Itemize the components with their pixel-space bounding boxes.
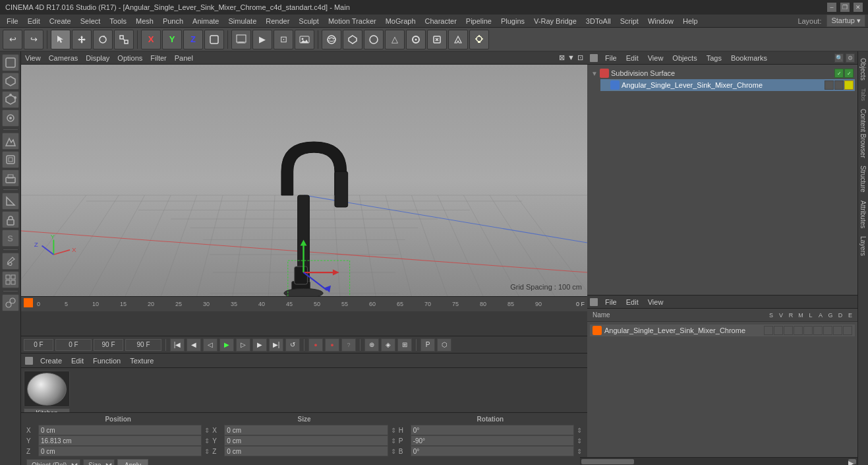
badge-1[interactable] xyxy=(825,80,834,90)
edge-mode-button[interactable] xyxy=(2,91,19,108)
om-menu-view[interactable]: View xyxy=(646,54,666,62)
menu-simulate[interactable]: Simulate xyxy=(224,16,260,26)
menu-3dtoall[interactable]: 3DToAll xyxy=(582,16,615,26)
object-rel-dropdown[interactable]: Object (Rel) xyxy=(26,459,80,465)
mat-menu-function[interactable]: Function xyxy=(91,357,123,365)
tree-item-subdivision[interactable]: ▼ Subdivision Surface ✓ ✓ xyxy=(590,67,855,79)
apply-button[interactable]: Apply xyxy=(117,459,148,465)
step-forward-button[interactable]: ▷ xyxy=(236,338,250,352)
menu-mesh[interactable]: Mesh xyxy=(132,16,158,26)
y-position-input[interactable] xyxy=(38,435,202,446)
grid-button[interactable] xyxy=(2,271,19,288)
timeline-cursor[interactable] xyxy=(24,298,33,307)
menu-script[interactable]: Script xyxy=(616,16,643,26)
start-frame-input[interactable] xyxy=(24,339,53,351)
menu-window[interactable]: Window xyxy=(644,16,678,26)
timeline-ruler[interactable]: 0 5 10 15 20 25 30 35 40 45 50 55 60 65 … xyxy=(21,297,587,311)
tool8[interactable]: △ xyxy=(385,30,405,49)
angle-tool[interactable] xyxy=(2,193,19,210)
badge-check[interactable]: ✓ xyxy=(834,69,844,78)
record-button[interactable]: ● xyxy=(308,338,323,352)
p-rotation-input[interactable] xyxy=(411,435,574,446)
p-rot-stepper[interactable]: ⇕ xyxy=(577,437,582,445)
badge-2[interactable] xyxy=(834,80,844,90)
grid-pb-button[interactable]: ⬡ xyxy=(437,338,451,352)
tool10[interactable] xyxy=(427,30,447,49)
menu-create[interactable]: Create xyxy=(45,16,75,26)
render-picture-viewer[interactable] xyxy=(295,30,314,49)
h-rotation-input[interactable] xyxy=(411,425,574,435)
texture-mode-button[interactable] xyxy=(2,133,19,150)
tool9[interactable] xyxy=(406,30,426,49)
tool7[interactable] xyxy=(364,30,384,49)
color-swatch-yellow[interactable] xyxy=(844,80,854,90)
menu-render[interactable]: Render xyxy=(262,16,293,26)
attr-row-main[interactable]: Angular_Single_Lever_Sink_Mixer_Chrome xyxy=(590,325,855,336)
attr-badge-l[interactable] xyxy=(803,326,813,335)
menu-select[interactable]: Select xyxy=(76,16,105,26)
motion3-button[interactable]: ⊞ xyxy=(397,338,412,352)
redo-button[interactable]: ↪ xyxy=(24,30,43,49)
attr-badge-r[interactable] xyxy=(784,326,793,335)
attr-menu-file[interactable]: File xyxy=(603,298,619,306)
goto-end-button[interactable]: ▶| xyxy=(269,338,283,352)
tab-layers[interactable]: Layers xyxy=(858,232,868,260)
viewport[interactable]: Perspective xyxy=(21,65,587,296)
layout-dropdown[interactable]: Startup ▾ xyxy=(826,15,865,27)
vp-icon-2[interactable]: ▼ xyxy=(567,53,575,62)
menu-file[interactable]: File xyxy=(3,16,22,26)
mat-menu-create[interactable]: Create xyxy=(38,357,64,365)
attr-badge-a[interactable] xyxy=(813,326,823,335)
end-frame-input[interactable] xyxy=(94,339,123,351)
attr-menu-view[interactable]: View xyxy=(646,298,666,306)
attr-badge-m[interactable] xyxy=(794,326,803,335)
menu-motion-tracker[interactable]: Motion Tracker xyxy=(324,16,380,26)
vp-menu-filter[interactable]: Filter xyxy=(150,54,166,62)
y-size-input[interactable] xyxy=(224,435,388,446)
vp-menu-cameras[interactable]: Cameras xyxy=(49,54,78,62)
tab-attributes[interactable]: Attributes xyxy=(858,197,868,232)
x-size-input[interactable] xyxy=(224,425,388,435)
select-tool-button[interactable] xyxy=(51,30,71,49)
loop-button[interactable]: ↺ xyxy=(285,338,300,352)
z-position-input[interactable] xyxy=(38,446,202,456)
menu-animate[interactable]: Animate xyxy=(188,16,223,26)
spline-tool[interactable]: S xyxy=(2,230,19,247)
x-position-input[interactable] xyxy=(38,425,202,435)
obj-mode-button[interactable] xyxy=(2,54,19,71)
play-button[interactable]: ▶ xyxy=(219,338,234,352)
b-rot-stepper[interactable]: ⇕ xyxy=(577,448,582,455)
menu-plugins[interactable]: Plugins xyxy=(497,16,529,26)
h-rot-stepper[interactable]: ⇕ xyxy=(577,427,582,434)
record-pos-button[interactable]: ● xyxy=(325,338,339,352)
step-forward-frame-button[interactable]: ▶ xyxy=(252,338,267,352)
attr-menu-edit[interactable]: Edit xyxy=(624,298,641,306)
scroll-thumb[interactable] xyxy=(581,459,634,464)
step-back-button[interactable]: ◀ xyxy=(187,338,201,352)
x-pos-stepper[interactable]: ⇕ xyxy=(204,427,210,434)
attr-badge-v[interactable] xyxy=(774,326,783,335)
vp-menu-view[interactable]: View xyxy=(25,54,41,62)
vp-menu-options[interactable]: Options xyxy=(117,54,142,62)
attr-badge-d[interactable] xyxy=(833,326,842,335)
attr-badge-g[interactable] xyxy=(823,326,832,335)
om-settings-icon[interactable]: ⚙ xyxy=(846,53,855,63)
point-mode-button[interactable] xyxy=(2,109,19,127)
menu-mograph[interactable]: MoGraph xyxy=(382,16,420,26)
menu-help[interactable]: Help xyxy=(679,16,702,26)
menu-sculpt[interactable]: Sculpt xyxy=(295,16,323,26)
size-mode-dropdown[interactable]: Size xyxy=(83,459,115,465)
brush-tool[interactable] xyxy=(2,253,19,270)
z-pos-stepper[interactable]: ⇕ xyxy=(204,448,210,455)
z-size-input[interactable] xyxy=(224,446,388,456)
close-button[interactable]: ✕ xyxy=(854,3,863,12)
model-button[interactable] xyxy=(2,151,19,168)
rotate-tool-button[interactable] xyxy=(93,30,113,49)
path-button[interactable]: P xyxy=(420,338,435,352)
y-pos-stepper[interactable]: ⇕ xyxy=(204,437,210,445)
motion-button[interactable]: ⊕ xyxy=(364,338,379,352)
scroll-right[interactable]: ▶ xyxy=(848,459,856,464)
preview-start-input[interactable] xyxy=(55,339,92,351)
render-view-button[interactable] xyxy=(231,30,251,49)
light-button[interactable] xyxy=(469,30,489,49)
